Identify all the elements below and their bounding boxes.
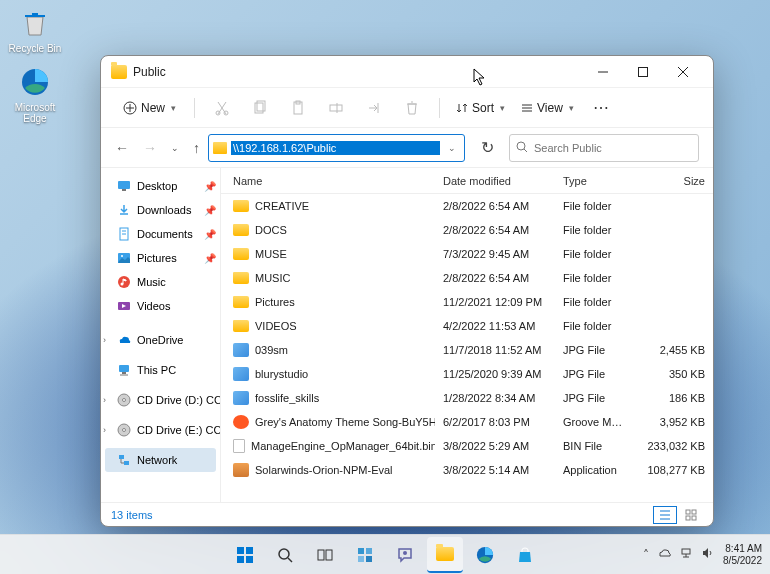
sidebar-item-desktop[interactable]: Desktop📌 bbox=[101, 174, 220, 198]
chevron-right-icon[interactable]: › bbox=[103, 425, 106, 435]
delete-button[interactable] bbox=[395, 93, 429, 123]
jpg-icon bbox=[233, 367, 249, 381]
rename-button[interactable] bbox=[319, 93, 353, 123]
sort-label: Sort bbox=[472, 101, 494, 115]
chevron-down-icon: ▾ bbox=[500, 103, 505, 113]
music-icon bbox=[117, 275, 131, 289]
svg-point-35 bbox=[123, 399, 126, 402]
back-button[interactable]: ← bbox=[115, 140, 129, 156]
maximize-button[interactable] bbox=[623, 58, 663, 86]
search-button[interactable] bbox=[267, 537, 303, 573]
file-row[interactable]: MUSIC2/8/2022 6:54 AMFile folder bbox=[221, 266, 713, 290]
file-row[interactable]: ManageEngine_OpManager_64bit.bin3/8/2022… bbox=[221, 434, 713, 458]
col-size[interactable]: Size bbox=[635, 175, 713, 187]
tray-chevron[interactable]: ˄ bbox=[643, 548, 649, 562]
sidebar-item-cd-drive-d-ccc[interactable]: ›CD Drive (D:) CCC bbox=[101, 388, 220, 412]
file-row[interactable]: VIDEOS4/2/2022 11:53 AMFile folder bbox=[221, 314, 713, 338]
sidebar-item-this-pc[interactable]: This PC bbox=[101, 358, 220, 382]
svg-rect-21 bbox=[118, 181, 130, 189]
search-box[interactable] bbox=[509, 134, 699, 162]
desktop-icon bbox=[117, 179, 131, 193]
date-text: 8/5/2022 bbox=[723, 555, 762, 567]
network-tray-icon[interactable] bbox=[679, 546, 693, 563]
desktop-icon-edge[interactable]: Microsoft Edge bbox=[5, 64, 65, 124]
up-button[interactable]: ↑ bbox=[193, 140, 200, 156]
svg-rect-47 bbox=[237, 547, 244, 554]
chevron-right-icon[interactable]: › bbox=[103, 395, 106, 405]
address-dropdown[interactable]: ⌄ bbox=[444, 143, 460, 153]
recent-button[interactable]: ⌄ bbox=[171, 143, 179, 153]
sort-button[interactable]: Sort ▾ bbox=[450, 97, 511, 119]
svg-rect-57 bbox=[358, 556, 364, 562]
taskbar-clock[interactable]: 8:41 AM 8/5/2022 bbox=[723, 543, 762, 567]
file-date: 4/2/2022 11:53 AM bbox=[435, 320, 555, 332]
edge-taskbar-button[interactable] bbox=[467, 537, 503, 573]
file-row[interactable]: Pictures11/2/2021 12:09 PMFile folder bbox=[221, 290, 713, 314]
cut-button[interactable] bbox=[205, 93, 239, 123]
details-view-button[interactable] bbox=[653, 506, 677, 524]
search-input[interactable] bbox=[534, 142, 692, 154]
sidebar-item-label: CD Drive (D:) CCC bbox=[137, 394, 221, 406]
new-button[interactable]: New ▾ bbox=[115, 97, 184, 119]
desktop-icon-recycle-bin[interactable]: Recycle Bin bbox=[5, 5, 65, 54]
sidebar-item-label: Videos bbox=[137, 300, 170, 312]
file-explorer-taskbar-button[interactable] bbox=[427, 537, 463, 573]
svg-rect-38 bbox=[119, 455, 124, 459]
separator bbox=[194, 98, 195, 118]
plus-circle-icon bbox=[123, 101, 137, 115]
sidebar-item-label: Network bbox=[137, 454, 177, 466]
sidebar-item-cd-drive-e-ccc[interactable]: ›CD Drive (E:) CCC bbox=[101, 418, 220, 442]
sidebar-item-downloads[interactable]: Downloads📌 bbox=[101, 198, 220, 222]
file-row[interactable]: fosslife_skills1/28/2022 8:34 AMJPG File… bbox=[221, 386, 713, 410]
file-row[interactable]: MUSE7/3/2022 9:45 AMFile folder bbox=[221, 242, 713, 266]
folder-icon bbox=[111, 65, 127, 79]
sidebar-item-network[interactable]: Network bbox=[105, 448, 216, 472]
refresh-button[interactable]: ↻ bbox=[473, 138, 501, 157]
onedrive-tray-icon[interactable] bbox=[657, 546, 671, 563]
file-row[interactable]: Solarwinds-Orion-NPM-Eval3/8/2022 5:14 A… bbox=[221, 458, 713, 482]
file-row[interactable]: DOCS2/8/2022 6:54 AMFile folder bbox=[221, 218, 713, 242]
col-date[interactable]: Date modified bbox=[435, 175, 555, 187]
col-type[interactable]: Type bbox=[555, 175, 635, 187]
thumbnails-view-button[interactable] bbox=[679, 506, 703, 524]
volume-tray-icon[interactable] bbox=[701, 546, 715, 563]
share-button[interactable] bbox=[357, 93, 391, 123]
file-row[interactable]: blurystudio11/25/2020 9:39 AMJPG File350… bbox=[221, 362, 713, 386]
sidebar-item-music[interactable]: Music bbox=[101, 270, 220, 294]
pin-icon: 📌 bbox=[204, 181, 216, 192]
svg-rect-39 bbox=[124, 461, 129, 465]
file-type: Application bbox=[555, 464, 635, 476]
widgets-button[interactable] bbox=[347, 537, 383, 573]
view-button[interactable]: View ▾ bbox=[515, 97, 580, 119]
file-date: 2/8/2022 6:54 AM bbox=[435, 224, 555, 236]
file-row[interactable]: CREATIVE2/8/2022 6:54 AMFile folder bbox=[221, 194, 713, 218]
titlebar[interactable]: Public bbox=[101, 56, 713, 88]
chevron-right-icon[interactable]: › bbox=[103, 335, 106, 345]
downloads-icon bbox=[117, 203, 131, 217]
sidebar-item-documents[interactable]: Documents📌 bbox=[101, 222, 220, 246]
sidebar-item-videos[interactable]: Videos bbox=[101, 294, 220, 318]
address-bar[interactable]: ⌄ bbox=[208, 134, 465, 162]
jpg-icon bbox=[233, 343, 249, 357]
sidebar-item-pictures[interactable]: Pictures📌 bbox=[101, 246, 220, 270]
minimize-button[interactable] bbox=[583, 58, 623, 86]
store-taskbar-button[interactable] bbox=[507, 537, 543, 573]
chat-button[interactable] bbox=[387, 537, 423, 573]
col-name[interactable]: Name bbox=[221, 175, 435, 187]
task-view-button[interactable] bbox=[307, 537, 343, 573]
copy-button[interactable] bbox=[243, 93, 277, 123]
file-row[interactable]: Grey's Anatomy Theme Song-BuY5H_IAy...6/… bbox=[221, 410, 713, 434]
svg-point-28 bbox=[118, 276, 130, 288]
file-type: JPG File bbox=[555, 344, 635, 356]
forward-button[interactable]: → bbox=[143, 140, 157, 156]
file-row[interactable]: 039sm11/7/2018 11:52 AMJPG File2,455 KB bbox=[221, 338, 713, 362]
column-headers: Name Date modified Type Size bbox=[221, 168, 713, 194]
svg-rect-46 bbox=[692, 516, 696, 520]
address-input[interactable] bbox=[231, 141, 440, 155]
more-button[interactable]: ⋯ bbox=[584, 93, 618, 123]
start-button[interactable] bbox=[227, 537, 263, 573]
paste-button[interactable] bbox=[281, 93, 315, 123]
music-icon bbox=[233, 415, 249, 429]
sidebar-item-onedrive[interactable]: ›OneDrive bbox=[101, 328, 220, 352]
close-button[interactable] bbox=[663, 58, 703, 86]
